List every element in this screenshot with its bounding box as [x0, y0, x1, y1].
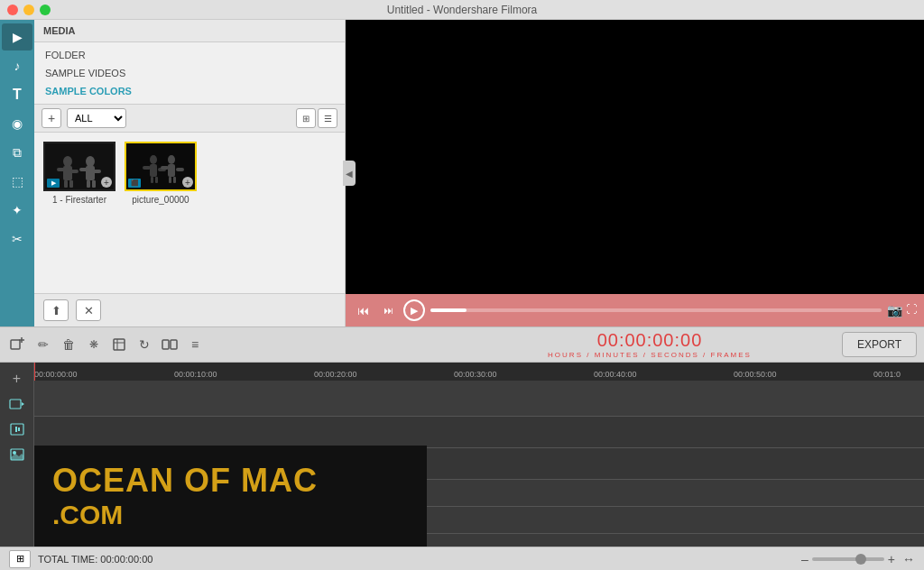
split-tool-button[interactable] — [159, 334, 180, 355]
sidebar-item-text[interactable]: T — [2, 81, 32, 108]
sidebar-item-audio[interactable]: ♪ — [2, 52, 32, 79]
timeline-ruler[interactable]: 00:00:00:00 00:00:10:00 00:00:20:00 00:0… — [34, 363, 924, 381]
svg-point-7 — [86, 156, 95, 167]
media-panel-header: MEDIA — [34, 20, 345, 42]
svg-rect-4 — [70, 170, 79, 173]
sidebar-item-overlay[interactable]: ⧉ — [2, 139, 32, 166]
media-thumb-2[interactable]: ⬛ + — [125, 142, 197, 191]
media-item-2: ⬛ + picture_00000 — [125, 142, 197, 205]
add-track-button[interactable]: + — [6, 368, 28, 390]
thumb-1-overlay: ▶ + — [47, 177, 112, 188]
delete-media-button[interactable]: ✕ — [76, 299, 101, 321]
sidebar-item-split[interactable]: ✂ — [2, 225, 32, 253]
minimize-button[interactable] — [23, 5, 34, 15]
skip-back-button[interactable]: ⏮ — [353, 300, 373, 320]
import-media-button[interactable]: ⬆ — [43, 299, 69, 321]
sidebar-item-filter[interactable]: ◉ — [2, 110, 32, 137]
video-track[interactable] — [34, 381, 924, 417]
svg-rect-21 — [168, 164, 175, 177]
expand-timeline-button[interactable]: ↔ — [902, 552, 915, 566]
zoom-plus-button[interactable]: + — [888, 552, 895, 566]
svg-point-20 — [168, 155, 175, 164]
title-bar: Untitled - Wondershare Filmora — [0, 0, 924, 20]
filter-dropdown[interactable]: ALL VIDEO AUDIO IMAGE — [67, 108, 126, 128]
add-media-tool-button[interactable] — [7, 334, 29, 355]
status-grid-button[interactable]: ⊞ — [9, 550, 31, 568]
zoom-minus-button[interactable]: – — [801, 552, 808, 566]
media-bottom: ⬆ ✕ — [34, 293, 345, 326]
media-item-1: ▶ + 1 - Firestarter — [43, 142, 116, 205]
svg-rect-22 — [161, 166, 169, 170]
thumb-2-add[interactable]: + — [182, 177, 193, 188]
audio-mix-tool-button[interactable]: ≡ — [184, 334, 206, 355]
effects-tool-button[interactable]: ❋ — [83, 334, 105, 355]
media-nav-sample-colors[interactable]: SAMPLE COLORS — [34, 82, 345, 100]
media-nav-sample-videos[interactable]: SAMPLE VIDEOS — [34, 64, 345, 82]
media-thumb-1[interactable]: ▶ + — [43, 142, 116, 191]
svg-rect-33 — [171, 340, 177, 349]
close-button[interactable] — [7, 5, 18, 15]
svg-rect-23 — [176, 168, 184, 171]
thumb-2-overlay: ⬛ + — [128, 177, 193, 188]
zoom-slider-thumb[interactable] — [855, 554, 866, 565]
total-time: TOTAL TIME: 00:00:00:00 — [38, 554, 152, 565]
timeline-tracks: OCEAN OF MAC .COM — [34, 381, 924, 547]
rotate-tool-button[interactable]: ↻ — [134, 334, 155, 355]
svg-rect-26 — [11, 340, 20, 349]
svg-rect-32 — [162, 340, 169, 349]
video-track-icon — [6, 393, 28, 415]
preview-screen — [346, 20, 924, 294]
svg-rect-3 — [57, 168, 65, 171]
total-time-value: 00:00:00:00 — [100, 554, 152, 565]
media-filter-bar: + ALL VIDEO AUDIO IMAGE ⊞ ☰ — [34, 105, 345, 133]
grid-view-button[interactable]: ⊞ — [296, 108, 316, 128]
sidebar-item-media[interactable]: ▶ — [2, 23, 32, 51]
app: ▶ ♪ T ◉ ⧉ ⬚ ✦ ✂ MEDIA FOLDER SAMPLE VIDE… — [0, 20, 924, 570]
audio-track-icon — [6, 418, 28, 440]
maximize-button[interactable] — [40, 5, 51, 15]
timeline-main: 00:00:00:00 00:00:10:00 00:00:20:00 00:0… — [34, 363, 924, 547]
list-view-button[interactable]: ☰ — [318, 108, 337, 128]
play-button[interactable]: ▶ — [403, 299, 425, 321]
timeline-area: + 00:00:00:00 00:00:10:00 00:00:20:00 00… — [0, 363, 924, 547]
image-track-icon — [6, 444, 28, 465]
zoom-controls: – + — [801, 552, 895, 566]
middle-toolbar: ✏ 🗑 ❋ ↻ ≡ 00:00:00:00 HOURS / MINUTES / … — [0, 326, 924, 363]
watermark-com: COM — [60, 500, 123, 529]
step-back-button[interactable]: ⏭ — [378, 300, 398, 320]
media-grid: ▶ + 1 - Firestarter — [34, 133, 345, 293]
watermark-line1: OCEAN OF MAC — [52, 462, 409, 500]
zoom-slider[interactable] — [812, 557, 884, 561]
thumb-2-icon: ⬛ — [128, 179, 141, 188]
svg-marker-35 — [22, 402, 24, 406]
fullscreen-button[interactable]: ⛶ — [906, 303, 917, 317]
sidebar-item-element[interactable]: ✦ — [2, 197, 32, 224]
sidebar-item-transition[interactable]: ⬚ — [2, 168, 32, 195]
window-title: Untitled - Wondershare Filmora — [387, 4, 538, 16]
media-nav-folder[interactable]: FOLDER — [34, 46, 345, 64]
audio-track[interactable] — [34, 417, 924, 448]
watermark-mac: MAC — [231, 462, 318, 499]
svg-point-1 — [63, 156, 72, 167]
timeline-playhead[interactable] — [34, 363, 35, 381]
preview-progress-fill — [430, 308, 467, 312]
export-button[interactable]: EXPORT — [842, 332, 917, 357]
preview-progress-bar[interactable] — [430, 308, 882, 312]
pen-tool-button[interactable]: ✏ — [32, 334, 54, 355]
media-nav: FOLDER SAMPLE VIDEOS SAMPLE COLORS — [34, 42, 345, 105]
delete-tool-button[interactable]: 🗑 — [58, 334, 79, 355]
timecode-display: 00:00:00:00 HOURS / MINUTES / SECONDS / … — [548, 330, 752, 359]
screenshot-button[interactable]: 📷 — [887, 303, 902, 317]
collapse-panel-button[interactable]: ◀ — [343, 161, 356, 186]
crop-tool-button[interactable] — [108, 334, 130, 355]
svg-rect-29 — [114, 339, 125, 350]
timecode-labels: HOURS / MINUTES / SECONDS / FRAMES — [548, 351, 752, 359]
filter-add-button[interactable]: + — [42, 108, 61, 128]
svg-rect-16 — [143, 166, 151, 170]
ruler-mark-6: 00:01:0 — [873, 363, 901, 381]
watermark-line2: .COM — [52, 500, 409, 530]
svg-rect-15 — [150, 164, 157, 177]
timecode-value: 00:00:00:00 — [548, 330, 752, 351]
svg-point-14 — [150, 155, 157, 164]
thumb-1-add[interactable]: + — [101, 177, 112, 188]
